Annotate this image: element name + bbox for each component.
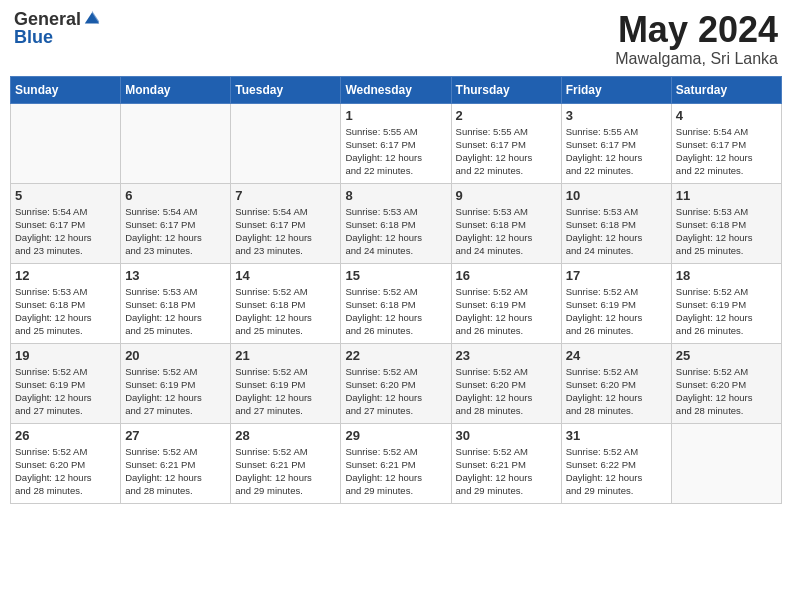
calendar-week-row: 5Sunrise: 5:54 AM Sunset: 6:17 PM Daylig… (11, 183, 782, 263)
day-info: Sunrise: 5:54 AM Sunset: 6:17 PM Dayligh… (235, 205, 336, 258)
calendar-cell: 8Sunrise: 5:53 AM Sunset: 6:18 PM Daylig… (341, 183, 451, 263)
weekday-header-monday: Monday (121, 76, 231, 103)
day-number: 28 (235, 428, 336, 443)
day-number: 9 (456, 188, 557, 203)
day-number: 23 (456, 348, 557, 363)
day-number: 24 (566, 348, 667, 363)
day-number: 8 (345, 188, 446, 203)
day-number: 10 (566, 188, 667, 203)
calendar-week-row: 19Sunrise: 5:52 AM Sunset: 6:19 PM Dayli… (11, 343, 782, 423)
calendar-cell: 23Sunrise: 5:52 AM Sunset: 6:20 PM Dayli… (451, 343, 561, 423)
day-number: 30 (456, 428, 557, 443)
day-number: 26 (15, 428, 116, 443)
calendar-cell: 22Sunrise: 5:52 AM Sunset: 6:20 PM Dayli… (341, 343, 451, 423)
day-info: Sunrise: 5:52 AM Sunset: 6:19 PM Dayligh… (235, 365, 336, 418)
calendar-cell: 16Sunrise: 5:52 AM Sunset: 6:19 PM Dayli… (451, 263, 561, 343)
title-block: May 2024 Mawalgama, Sri Lanka (615, 10, 778, 68)
day-info: Sunrise: 5:52 AM Sunset: 6:19 PM Dayligh… (566, 285, 667, 338)
day-info: Sunrise: 5:53 AM Sunset: 6:18 PM Dayligh… (125, 285, 226, 338)
calendar-cell: 7Sunrise: 5:54 AM Sunset: 6:17 PM Daylig… (231, 183, 341, 263)
calendar-cell: 2Sunrise: 5:55 AM Sunset: 6:17 PM Daylig… (451, 103, 561, 183)
day-number: 3 (566, 108, 667, 123)
weekday-header-saturday: Saturday (671, 76, 781, 103)
calendar-cell: 24Sunrise: 5:52 AM Sunset: 6:20 PM Dayli… (561, 343, 671, 423)
day-info: Sunrise: 5:52 AM Sunset: 6:20 PM Dayligh… (456, 365, 557, 418)
location-title: Mawalgama, Sri Lanka (615, 50, 778, 68)
day-number: 2 (456, 108, 557, 123)
day-number: 17 (566, 268, 667, 283)
day-info: Sunrise: 5:53 AM Sunset: 6:18 PM Dayligh… (566, 205, 667, 258)
calendar-cell: 21Sunrise: 5:52 AM Sunset: 6:19 PM Dayli… (231, 343, 341, 423)
day-info: Sunrise: 5:53 AM Sunset: 6:18 PM Dayligh… (15, 285, 116, 338)
day-number: 27 (125, 428, 226, 443)
calendar-cell (231, 103, 341, 183)
calendar-cell: 1Sunrise: 5:55 AM Sunset: 6:17 PM Daylig… (341, 103, 451, 183)
calendar-cell: 6Sunrise: 5:54 AM Sunset: 6:17 PM Daylig… (121, 183, 231, 263)
day-info: Sunrise: 5:52 AM Sunset: 6:20 PM Dayligh… (676, 365, 777, 418)
day-number: 15 (345, 268, 446, 283)
day-info: Sunrise: 5:52 AM Sunset: 6:22 PM Dayligh… (566, 445, 667, 498)
day-info: Sunrise: 5:53 AM Sunset: 6:18 PM Dayligh… (456, 205, 557, 258)
day-info: Sunrise: 5:52 AM Sunset: 6:19 PM Dayligh… (15, 365, 116, 418)
day-info: Sunrise: 5:54 AM Sunset: 6:17 PM Dayligh… (15, 205, 116, 258)
day-info: Sunrise: 5:52 AM Sunset: 6:18 PM Dayligh… (345, 285, 446, 338)
day-number: 13 (125, 268, 226, 283)
calendar-cell: 25Sunrise: 5:52 AM Sunset: 6:20 PM Dayli… (671, 343, 781, 423)
day-number: 29 (345, 428, 446, 443)
calendar-cell: 3Sunrise: 5:55 AM Sunset: 6:17 PM Daylig… (561, 103, 671, 183)
day-info: Sunrise: 5:52 AM Sunset: 6:19 PM Dayligh… (456, 285, 557, 338)
day-info: Sunrise: 5:52 AM Sunset: 6:20 PM Dayligh… (345, 365, 446, 418)
calendar-cell: 27Sunrise: 5:52 AM Sunset: 6:21 PM Dayli… (121, 423, 231, 503)
day-number: 18 (676, 268, 777, 283)
logo-text-blue: Blue (14, 27, 53, 47)
calendar-cell: 18Sunrise: 5:52 AM Sunset: 6:19 PM Dayli… (671, 263, 781, 343)
calendar-cell: 30Sunrise: 5:52 AM Sunset: 6:21 PM Dayli… (451, 423, 561, 503)
day-number: 14 (235, 268, 336, 283)
calendar-cell: 28Sunrise: 5:52 AM Sunset: 6:21 PM Dayli… (231, 423, 341, 503)
calendar-cell: 31Sunrise: 5:52 AM Sunset: 6:22 PM Dayli… (561, 423, 671, 503)
day-number: 11 (676, 188, 777, 203)
weekday-header-row: SundayMondayTuesdayWednesdayThursdayFrid… (11, 76, 782, 103)
calendar-cell: 12Sunrise: 5:53 AM Sunset: 6:18 PM Dayli… (11, 263, 121, 343)
day-number: 22 (345, 348, 446, 363)
calendar-cell: 11Sunrise: 5:53 AM Sunset: 6:18 PM Dayli… (671, 183, 781, 263)
calendar-cell (671, 423, 781, 503)
logo-icon (83, 9, 101, 27)
logo: General Blue (14, 10, 101, 47)
day-info: Sunrise: 5:52 AM Sunset: 6:19 PM Dayligh… (676, 285, 777, 338)
page-header: General Blue May 2024 Mawalgama, Sri Lan… (10, 10, 782, 68)
calendar-cell: 14Sunrise: 5:52 AM Sunset: 6:18 PM Dayli… (231, 263, 341, 343)
calendar-cell: 15Sunrise: 5:52 AM Sunset: 6:18 PM Dayli… (341, 263, 451, 343)
day-info: Sunrise: 5:52 AM Sunset: 6:21 PM Dayligh… (456, 445, 557, 498)
weekday-header-sunday: Sunday (11, 76, 121, 103)
day-info: Sunrise: 5:52 AM Sunset: 6:20 PM Dayligh… (15, 445, 116, 498)
calendar-table: SundayMondayTuesdayWednesdayThursdayFrid… (10, 76, 782, 504)
calendar-cell: 17Sunrise: 5:52 AM Sunset: 6:19 PM Dayli… (561, 263, 671, 343)
logo-text-general: General (14, 10, 81, 28)
weekday-header-tuesday: Tuesday (231, 76, 341, 103)
day-number: 4 (676, 108, 777, 123)
calendar-cell: 13Sunrise: 5:53 AM Sunset: 6:18 PM Dayli… (121, 263, 231, 343)
day-info: Sunrise: 5:52 AM Sunset: 6:21 PM Dayligh… (125, 445, 226, 498)
weekday-header-wednesday: Wednesday (341, 76, 451, 103)
calendar-cell: 29Sunrise: 5:52 AM Sunset: 6:21 PM Dayli… (341, 423, 451, 503)
day-number: 6 (125, 188, 226, 203)
calendar-week-row: 12Sunrise: 5:53 AM Sunset: 6:18 PM Dayli… (11, 263, 782, 343)
day-info: Sunrise: 5:52 AM Sunset: 6:21 PM Dayligh… (235, 445, 336, 498)
day-number: 20 (125, 348, 226, 363)
calendar-cell: 5Sunrise: 5:54 AM Sunset: 6:17 PM Daylig… (11, 183, 121, 263)
weekday-header-thursday: Thursday (451, 76, 561, 103)
day-info: Sunrise: 5:54 AM Sunset: 6:17 PM Dayligh… (125, 205, 226, 258)
calendar-cell: 4Sunrise: 5:54 AM Sunset: 6:17 PM Daylig… (671, 103, 781, 183)
weekday-header-friday: Friday (561, 76, 671, 103)
calendar-week-row: 26Sunrise: 5:52 AM Sunset: 6:20 PM Dayli… (11, 423, 782, 503)
calendar-cell: 10Sunrise: 5:53 AM Sunset: 6:18 PM Dayli… (561, 183, 671, 263)
day-number: 7 (235, 188, 336, 203)
day-info: Sunrise: 5:52 AM Sunset: 6:18 PM Dayligh… (235, 285, 336, 338)
month-title: May 2024 (615, 10, 778, 50)
day-number: 12 (15, 268, 116, 283)
calendar-cell: 26Sunrise: 5:52 AM Sunset: 6:20 PM Dayli… (11, 423, 121, 503)
day-number: 19 (15, 348, 116, 363)
day-number: 25 (676, 348, 777, 363)
calendar-cell: 19Sunrise: 5:52 AM Sunset: 6:19 PM Dayli… (11, 343, 121, 423)
